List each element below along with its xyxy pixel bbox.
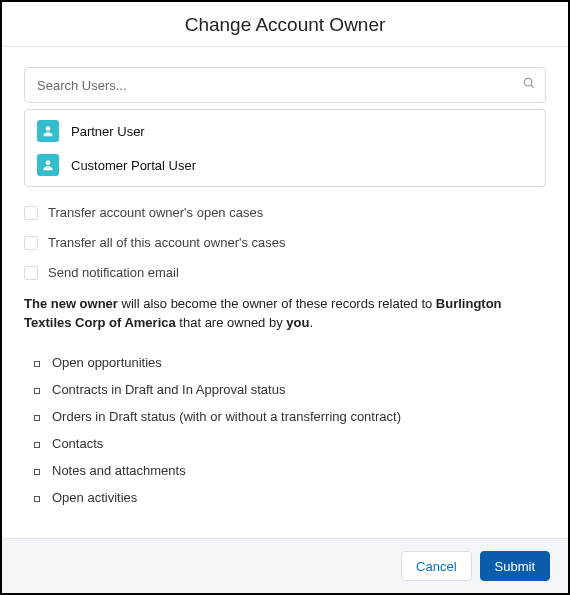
cancel-button[interactable]: Cancel: [401, 551, 471, 581]
modal-body: Partner User Customer Portal User Transf…: [2, 47, 568, 538]
svg-line-1: [531, 85, 534, 88]
checkbox-send-notification[interactable]: [24, 266, 38, 280]
checkbox-transfer-open-cases[interactable]: [24, 206, 38, 220]
user-option-label: Partner User: [71, 124, 145, 139]
modal-title: Change Account Owner: [2, 14, 568, 36]
related-records-list: Open opportunities Contracts in Draft an…: [34, 349, 546, 511]
svg-point-2: [46, 126, 51, 131]
list-item: Orders in Draft status (with or without …: [34, 403, 546, 430]
user-dropdown: Partner User Customer Portal User: [24, 109, 546, 187]
checkbox-label: Send notification email: [48, 265, 179, 280]
modal-footer: Cancel Submit: [2, 538, 568, 593]
user-icon: [37, 120, 59, 142]
submit-button[interactable]: Submit: [480, 551, 550, 581]
list-item: Open activities: [34, 484, 546, 511]
user-icon: [37, 154, 59, 176]
user-option-partner[interactable]: Partner User: [25, 114, 545, 148]
list-item: Notes and attachments: [34, 457, 546, 484]
user-search: [24, 67, 546, 103]
modal-header: Change Account Owner: [2, 2, 568, 47]
list-item: Open opportunities: [34, 349, 546, 376]
checkbox-row: Transfer account owner's open cases: [24, 205, 546, 220]
transfer-options: Transfer account owner's open cases Tran…: [24, 205, 546, 280]
checkbox-label: Transfer all of this account owner's cas…: [48, 235, 286, 250]
change-owner-modal: Change Account Owner Partner User Custom…: [0, 0, 570, 595]
list-item: Contacts: [34, 430, 546, 457]
svg-point-0: [524, 78, 532, 86]
checkbox-row: Transfer all of this account owner's cas…: [24, 235, 546, 250]
checkbox-transfer-all-cases[interactable]: [24, 236, 38, 250]
svg-point-3: [46, 160, 51, 165]
list-item: Contracts in Draft and In Approval statu…: [34, 376, 546, 403]
checkbox-label: Transfer account owner's open cases: [48, 205, 263, 220]
ownership-info-text: The new owner will also become the owner…: [24, 295, 546, 333]
checkbox-row: Send notification email: [24, 265, 546, 280]
search-users-input[interactable]: [24, 67, 546, 103]
search-icon: [522, 76, 536, 94]
user-option-customer-portal[interactable]: Customer Portal User: [25, 148, 545, 182]
user-option-label: Customer Portal User: [71, 158, 196, 173]
